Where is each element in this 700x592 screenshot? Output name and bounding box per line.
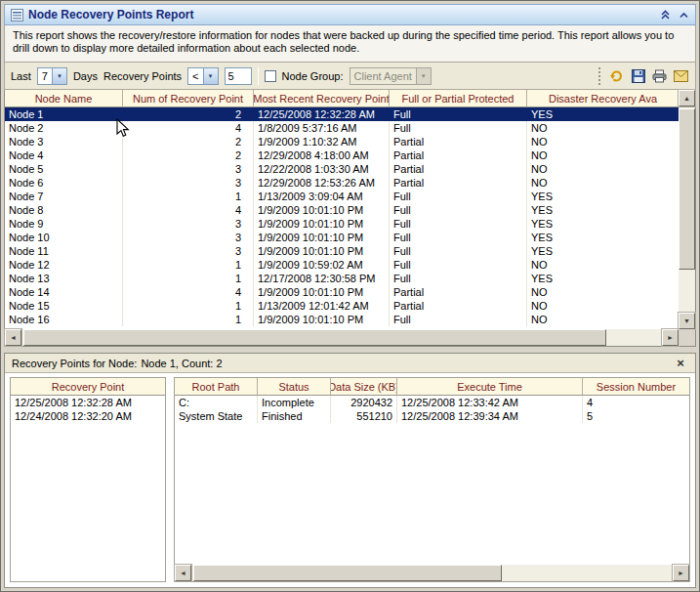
cell-dr: YES <box>527 231 679 244</box>
scroll-left-icon[interactable]: ◄ <box>175 565 191 581</box>
cell-node-name: Node 10 <box>5 231 123 244</box>
column-header-recovery-point[interactable]: Recovery Point <box>11 378 165 396</box>
refresh-icon[interactable] <box>608 67 625 84</box>
recovery-points-header-row: Recovery Point <box>11 378 165 396</box>
cell-count: 1 <box>123 258 254 272</box>
cell-recent: 1/9/2009 10:59:02 AM <box>254 258 390 272</box>
horizontal-scrollbar[interactable]: ◄ ► <box>5 329 695 346</box>
cell-dr: NO <box>527 299 679 313</box>
column-header-num-recovery-points[interactable]: Num of Recovery Point <box>123 90 254 107</box>
vertical-scrollbar[interactable]: ▲ ▼ <box>679 90 695 329</box>
column-header-data-size[interactable]: Data Size (KB) <box>331 378 397 396</box>
cell-protection: Partial <box>390 299 527 313</box>
cell-protection: Full <box>390 272 527 285</box>
cell-recent: 12/22/2008 1:03:30 AM <box>254 162 390 176</box>
table-row-node-13[interactable]: Node 13112/17/2008 12:30:58 PMFullYES <box>5 272 679 285</box>
cell-count: 1 <box>123 272 254 285</box>
scroll-left-icon[interactable]: ◄ <box>5 329 21 346</box>
table-row-node-11[interactable]: Node 1131/9/2009 10:01:10 PMFullYES <box>5 244 679 258</box>
cell-protection: Full <box>390 121 527 135</box>
email-icon[interactable] <box>673 67 689 84</box>
detail-panel-title-value: Node 1, Count: 2 <box>141 358 222 369</box>
cell-session-number: 5 <box>583 409 689 423</box>
column-header-disaster-recovery[interactable]: Disaster Recovery Ava <box>527 90 679 107</box>
cell-count: 1 <box>123 299 254 313</box>
close-icon[interactable]: × <box>673 356 688 370</box>
cell-dr: NO <box>527 176 679 190</box>
table-row-node-8[interactable]: Node 841/9/2009 10:01:10 PMFullYES <box>5 203 679 217</box>
cell-node-name: Node 3 <box>5 135 123 148</box>
table-row-node-15[interactable]: Node 1511/13/2009 12:01:42 AMPartialNO <box>5 299 679 313</box>
detail-panel-body: Recovery Point 12/25/2008 12:32:28 AM 12… <box>5 373 695 587</box>
column-header-root-path[interactable]: Root Path <box>175 378 258 396</box>
cell-recent: 1/8/2009 5:37:16 AM <box>254 121 390 135</box>
scroll-right-icon[interactable]: ► <box>662 329 679 346</box>
table-row-node-10[interactable]: Node 1031/9/2009 10:01:10 PMFullYES <box>5 231 679 244</box>
sessions-table-filler <box>175 423 689 565</box>
save-icon[interactable] <box>630 67 646 84</box>
cell-protection: Partial <box>390 285 527 299</box>
table-row-node-9[interactable]: Node 931/9/2009 10:01:10 PMFullYES <box>5 217 679 231</box>
cell-status: Finished <box>258 409 331 423</box>
cell-recent: 1/9/2009 10:01:10 PM <box>254 313 390 326</box>
horizontal-scrollbar-thumb[interactable] <box>23 329 606 346</box>
node-group-dropdown[interactable]: Client Agent ▼ <box>350 67 432 85</box>
toolbar-icons <box>608 67 689 84</box>
cell-protection: Full <box>390 231 527 244</box>
table-row-node-14[interactable]: Node 1441/9/2009 10:01:10 PMPartialNO <box>5 285 679 299</box>
table-row-node-12[interactable]: Node 1211/9/2009 10:59:02 AMFullNO <box>5 258 679 272</box>
recovery-points-count-input[interactable] <box>225 67 252 85</box>
table-row-node-2[interactable]: Node 241/8/2009 5:37:16 AMFullNO <box>5 121 679 135</box>
column-header-node-name[interactable]: Node Name <box>5 90 123 107</box>
cell-count: 3 <box>123 244 254 258</box>
cell-protection: Full <box>390 217 527 231</box>
cell-protection: Full <box>390 203 527 217</box>
operator-dropdown[interactable]: < ▼ <box>187 67 218 85</box>
table-row-node-5[interactable]: Node 5312/22/2008 1:03:30 AMPartialNO <box>5 162 679 176</box>
cell-protection: Full <box>390 313 527 326</box>
column-header-status[interactable]: Status <box>258 378 331 396</box>
vertical-scrollbar-track[interactable] <box>679 106 695 313</box>
table-row-node-3[interactable]: Node 321/9/2009 1:10:32 AMPartialNO <box>5 135 679 148</box>
horizontal-scrollbar-track[interactable] <box>21 329 662 346</box>
grid-header-row: Node Name Num of Recovery Point Most Rec… <box>5 90 679 107</box>
table-row-node-16[interactable]: Node 1611/9/2009 10:01:10 PMFullNO <box>5 313 679 326</box>
cell-node-name: Node 12 <box>5 258 123 272</box>
vertical-scrollbar-thumb[interactable] <box>679 108 695 270</box>
cell-recent: 1/9/2009 10:01:10 PM <box>254 285 390 299</box>
recovery-point-row[interactable]: 12/24/2008 12:32:20 AM <box>11 409 165 423</box>
print-icon[interactable] <box>651 67 668 84</box>
cell-node-name: Node 2 <box>5 121 123 135</box>
column-header-full-partial[interactable]: Full or Partial Protected <box>390 90 527 107</box>
chevron-down-icon: ▼ <box>52 68 66 84</box>
cell-count: 3 <box>123 231 254 244</box>
cell-recent: 12/29/2008 4:18:00 AM <box>254 148 390 162</box>
maximize-panel-icon[interactable] <box>677 8 690 21</box>
cell-data-size: 551210 <box>331 409 397 423</box>
table-row-node-6[interactable]: Node 6312/29/2008 12:53:26 AMPartialNO <box>5 176 679 190</box>
cell-node-name: Node 11 <box>5 244 123 258</box>
operator-value: < <box>188 70 202 82</box>
sessions-scrollbar-track[interactable] <box>191 565 673 581</box>
recovery-point-row[interactable]: 12/25/2008 12:32:28 AM <box>11 396 165 409</box>
scroll-down-icon[interactable]: ▼ <box>679 313 695 329</box>
column-header-execute-time[interactable]: Execute Time <box>397 378 583 396</box>
scroll-right-icon[interactable]: ► <box>673 565 689 581</box>
sessions-scrollbar-thumb[interactable] <box>193 565 502 581</box>
cell-protection: Partial <box>390 176 527 190</box>
table-row-node-7[interactable]: Node 711/13/2009 3:09:04 AMFullYES <box>5 190 679 203</box>
table-row-node-1[interactable]: Node 1212/25/2008 12:32:28 AMFullYES <box>5 107 679 121</box>
sessions-horizontal-scrollbar[interactable]: ◄ ► <box>175 565 689 581</box>
cell-dr: YES <box>527 272 679 285</box>
cell-root-path: System State <box>175 409 258 423</box>
scroll-up-icon[interactable]: ▲ <box>679 90 695 106</box>
session-row[interactable]: C: Incomplete 2920432 12/25/2008 12:33:4… <box>175 396 689 409</box>
column-header-most-recent[interactable]: Most Recent Recovery Point <box>254 90 390 107</box>
column-header-session-number[interactable]: Session Number <box>583 378 689 396</box>
cell-recovery-point: 12/24/2008 12:32:20 AM <box>11 409 165 423</box>
days-count-dropdown[interactable]: 7 ▼ <box>37 67 67 85</box>
table-row-node-4[interactable]: Node 4212/29/2008 4:18:00 AMPartialNO <box>5 148 679 162</box>
collapse-panel-icon[interactable] <box>658 8 672 21</box>
node-group-checkbox[interactable] <box>265 70 276 82</box>
session-row[interactable]: System State Finished 551210 12/25/2008 … <box>175 409 689 423</box>
